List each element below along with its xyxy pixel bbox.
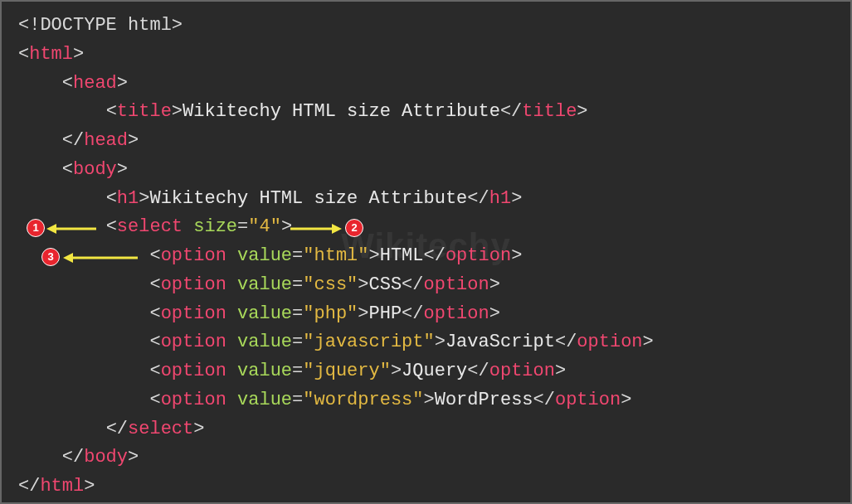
code-line-13: <option value="jquery">JQuery</option> <box>18 357 834 386</box>
code-line-8: <select size="4"> <box>18 213 834 242</box>
arrow-left-icon <box>46 222 96 235</box>
code-line-1: <!DOCTYPE html> <box>18 12 834 41</box>
code-line-4: <title>Wikitechy HTML size Attribute</ti… <box>18 98 834 127</box>
code-line-14: <option value="wordpress">WordPress</opt… <box>18 386 834 415</box>
code-line-11: <option value="php">PHP</option> <box>18 300 834 329</box>
code-line-2: <html> <box>18 41 834 70</box>
code-line-17: </html> <box>18 472 834 502</box>
doctype-declaration: <!DOCTYPE html> <box>18 15 183 36</box>
code-line-5: </head> <box>18 127 834 156</box>
code-line-15: </select> <box>18 415 834 444</box>
code-line-10: <option value="css">CSS</option> <box>18 271 834 300</box>
code-line-3: <head> <box>18 70 834 99</box>
code-line-12: <option value="javascript">JavaScript</o… <box>18 328 834 357</box>
code-line-6: <body> <box>18 156 834 185</box>
code-line-16: </body> <box>18 443 834 472</box>
svg-marker-3 <box>332 224 342 234</box>
code-line-7: <h1>Wikitechy HTML size Attribute</h1> <box>18 185 834 214</box>
arrow-left-icon <box>63 251 138 264</box>
annotation-badge-2: 2 <box>345 219 363 237</box>
code-line-9: <option value="html">HTML</option> <box>18 242 834 271</box>
svg-marker-5 <box>63 253 73 263</box>
arrow-right-icon <box>290 222 342 235</box>
annotation-badge-1: 1 <box>27 219 45 237</box>
annotation-badge-3: 3 <box>41 248 60 266</box>
svg-marker-1 <box>46 224 56 234</box>
